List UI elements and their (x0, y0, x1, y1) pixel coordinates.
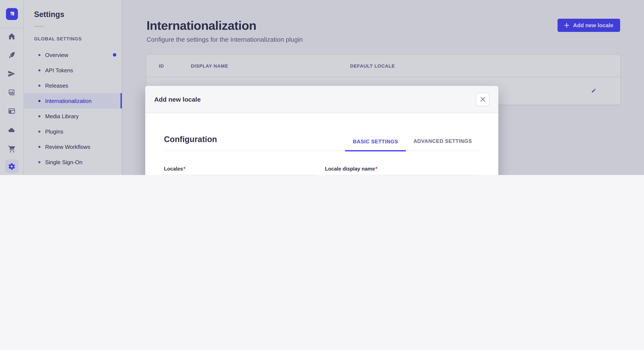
display-name-field: Locale display name* Locale will be disp… (325, 165, 479, 175)
locale-form: Locales* French (fr) Locale display name… (164, 165, 480, 175)
locales-label-text: Locales (164, 166, 183, 172)
configuration-header-row: Configuration BASIC SETTINGS ADVANCED SE… (164, 134, 480, 151)
app-root: KD Settings GLOBAL SETTINGS Overview API… (0, 0, 644, 175)
configuration-title: Configuration (164, 134, 217, 151)
add-locale-modal: Add new locale Configuration BASIC SETTI… (145, 86, 498, 175)
required-asterisk: * (183, 166, 185, 172)
close-icon (480, 97, 485, 102)
display-name-label-text: Locale display name (325, 166, 375, 172)
modal-body: Configuration BASIC SETTINGS ADVANCED SE… (145, 134, 498, 175)
required-asterisk: * (376, 166, 377, 172)
locales-field: Locales* French (fr) (164, 165, 318, 175)
modal-title: Add new locale (154, 96, 200, 103)
close-modal-button[interactable] (476, 93, 490, 106)
modal-header: Add new locale (145, 86, 498, 113)
tab-basic-settings[interactable]: BASIC SETTINGS (345, 138, 406, 151)
display-name-label: Locale display name* (325, 166, 377, 172)
modal-tabs: BASIC SETTINGS ADVANCED SETTINGS (345, 138, 480, 151)
locales-select[interactable]: French (fr) (164, 175, 318, 175)
tab-advanced-settings[interactable]: ADVANCED SETTINGS (406, 138, 480, 151)
locales-label: Locales* (164, 166, 186, 172)
display-name-input[interactable] (325, 175, 479, 175)
